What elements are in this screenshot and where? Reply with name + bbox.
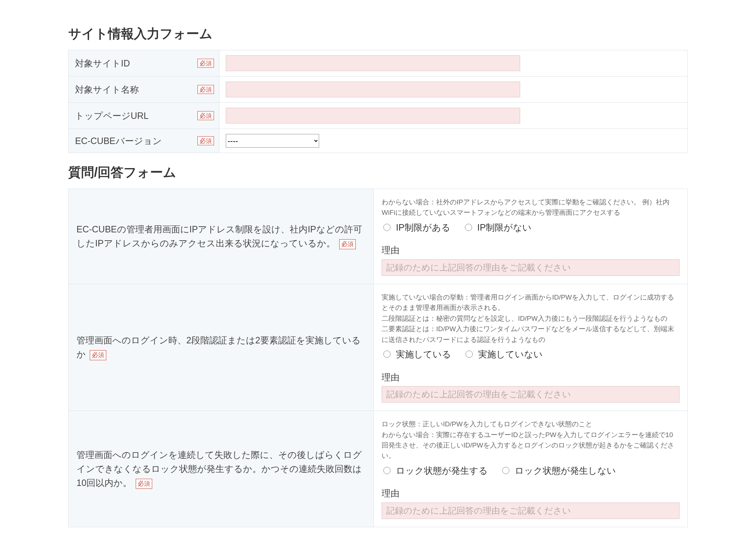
radio-text: 実施していない [478, 349, 543, 359]
radio-label-q2-yes[interactable]: 実施している [382, 349, 454, 359]
label-eccube-version: EC-CUBEバージョン 必須 [69, 129, 219, 153]
radio-q2-no[interactable] [466, 351, 473, 358]
reason-input-q2[interactable] [382, 386, 680, 403]
qa-input-q2: 実施していない場合の挙動：管理者用ログイン画面からID/PWを入力して、ログイン… [374, 284, 688, 411]
required-badge: 必須 [339, 239, 356, 249]
cell-site-id [219, 50, 688, 77]
select-eccube-version[interactable]: ---- [226, 134, 319, 148]
required-badge: 必須 [197, 59, 214, 68]
reason-input-q3[interactable] [382, 502, 680, 519]
required-badge: 必須 [197, 85, 214, 94]
reason-label: 理由 [382, 371, 680, 384]
input-site-name[interactable] [226, 82, 520, 97]
reason-label: 理由 [382, 244, 680, 257]
label-text: 対象サイトID [75, 58, 130, 68]
reason-label: 理由 [382, 487, 680, 500]
label-top-url: トップページURL 必須 [69, 103, 219, 129]
radio-label-q3-yes[interactable]: ロック状態が発生する [382, 465, 490, 476]
radio-row-q2: 実施している 実施していない [382, 348, 680, 361]
question-text: 管理画面へのログイン時、2段階認証または2要素認証を実施しているか [76, 335, 361, 359]
radio-q1-yes[interactable] [383, 224, 391, 231]
label-text: トップページURL [75, 111, 149, 121]
hint-text: わからない場合：社外のIPアドレスからアクセスして実際に挙動をご確認ください。 … [382, 197, 680, 218]
required-badge: 必須 [197, 111, 214, 120]
qa-table: EC-CUBEの管理者用画面にIPアドレス制限を設け、社内IPなどの許可したIP… [68, 189, 688, 527]
radio-row-q3: ロック状態が発生する ロック状態が発生しない [382, 464, 680, 478]
input-top-url[interactable] [226, 108, 520, 124]
radio-label-q1-yes[interactable]: IP制限がある [382, 222, 453, 232]
question-text: EC-CUBEの管理者用画面にIPアドレス制限を設け、社内IPなどの許可したIP… [76, 224, 362, 248]
radio-label-q3-no[interactable]: ロック状態が発生しない [500, 465, 616, 476]
qa-label-q2: 管理画面へのログイン時、2段階認証または2要素認証を実施しているか 必須 [69, 284, 374, 411]
radio-text: ロック状態が発生する [396, 465, 488, 476]
required-badge: 必須 [197, 136, 214, 145]
qa-input-q3: ロック状態：正しいID/PWを入力してもログインできない状態のこと わからない場… [374, 411, 688, 527]
label-text: EC-CUBEバージョン [75, 136, 162, 146]
hint-text: ロック状態：正しいID/PWを入力してもログインできない状態のこと わからない場… [382, 419, 680, 461]
required-badge: 必須 [90, 350, 106, 360]
radio-label-q1-no[interactable]: IP制限がない [463, 222, 532, 232]
radio-text: IP制限がない [477, 222, 532, 232]
radio-label-q2-no[interactable]: 実施していない [464, 349, 543, 359]
radio-text: ロック状態が発生しない [515, 465, 616, 476]
radio-q2-yes[interactable] [383, 351, 391, 358]
site-info-table: 対象サイトID 必須 対象サイト名称 必須 トップページURL 必須 EC-CU… [68, 50, 688, 153]
radio-text: IP制限がある [396, 222, 451, 232]
radio-text: 実施している [396, 349, 451, 359]
radio-q3-no[interactable] [502, 467, 509, 474]
qa-label-q1: EC-CUBEの管理者用画面にIPアドレス制限を設け、社内IPなどの許可したIP… [69, 189, 374, 284]
section-title-qa: 質問/回答フォーム [68, 164, 688, 181]
input-site-id[interactable] [226, 55, 520, 71]
cell-top-url [219, 103, 688, 129]
qa-input-q1: わからない場合：社外のIPアドレスからアクセスして実際に挙動をご確認ください。 … [374, 189, 688, 284]
label-site-name: 対象サイト名称 必須 [69, 77, 219, 103]
label-site-id: 対象サイトID 必須 [69, 50, 219, 77]
required-badge: 必須 [136, 479, 152, 489]
radio-q3-yes[interactable] [383, 467, 391, 474]
label-text: 対象サイト名称 [75, 84, 139, 94]
section-title-site-info: サイト情報入力フォーム [68, 25, 688, 43]
reason-input-q1[interactable] [382, 259, 680, 276]
cell-eccube-version: ---- [219, 129, 688, 153]
cell-site-name [219, 77, 688, 103]
radio-q1-no[interactable] [465, 224, 472, 231]
radio-row-q1: IP制限がある IP制限がない [382, 221, 680, 235]
hint-text: 実施していない場合の挙動：管理者用ログイン画面からID/PWを入力して、ログイン… [382, 292, 680, 345]
qa-label-q3: 管理画面へのログインを連続して失敗した際に、その後しばらくログインできなくなるロ… [69, 411, 374, 527]
question-text: 管理画面へのログインを連続して失敗した際に、その後しばらくログインできなくなるロ… [76, 450, 362, 488]
